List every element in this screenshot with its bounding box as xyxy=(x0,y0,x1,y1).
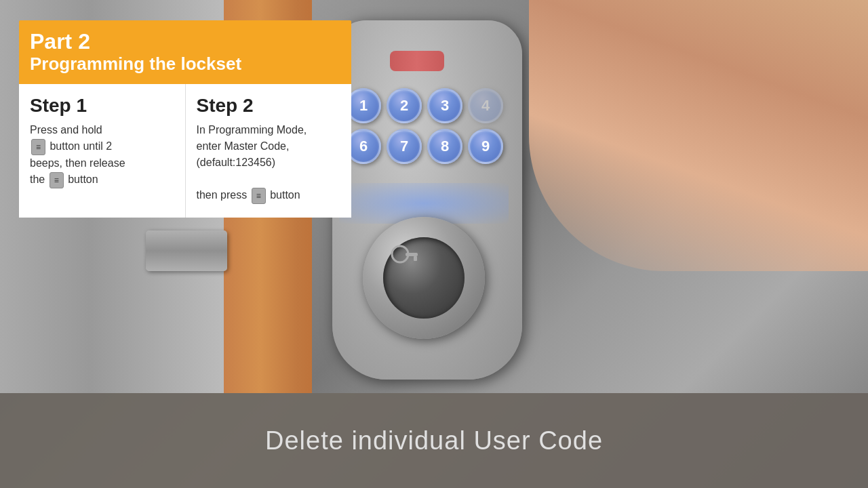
bottom-bar: Delete individual User Code xyxy=(0,393,868,488)
step2-title: Step 2 xyxy=(197,95,341,117)
part-label: Part 2 xyxy=(30,30,338,54)
step2-panel: Step 2 In Programming Mode, enter Master… xyxy=(186,84,352,218)
step1-button-icon-2: ≡ xyxy=(50,172,64,188)
step1-line5: button xyxy=(68,174,98,185)
step1-line4: the xyxy=(30,174,45,185)
step1-title: Step 1 xyxy=(30,95,174,117)
step2-line1: In Programming Mode, xyxy=(197,124,307,136)
key-3[interactable]: 3 xyxy=(427,88,462,123)
header-panel: Part 2 Programming the lockset xyxy=(19,20,351,84)
door-latch xyxy=(146,230,227,271)
step2-line5: button xyxy=(270,189,300,201)
lockset-indicator xyxy=(390,51,444,71)
key-2[interactable]: 2 xyxy=(387,88,422,123)
header-subtitle: Programming the lockset xyxy=(30,54,338,75)
step2-line3: (default:123456) xyxy=(197,157,276,168)
svg-rect-2 xyxy=(414,256,417,261)
step1-line2: button until 2 xyxy=(50,140,112,152)
svg-rect-1 xyxy=(406,253,418,256)
step1-text: Press and hold ≡ button until 2 beeps, t… xyxy=(30,122,174,188)
bottom-text: Delete individual User Code xyxy=(265,426,603,455)
key-7[interactable]: 7 xyxy=(387,129,422,164)
step2-button-icon: ≡ xyxy=(252,188,266,204)
key-8[interactable]: 8 xyxy=(427,129,462,164)
key-icon xyxy=(383,237,424,278)
lock-keyhole xyxy=(383,237,465,319)
step2-text: In Programming Mode, enter Master Code, … xyxy=(197,122,341,204)
step2-line2: enter Master Code, xyxy=(197,140,290,152)
step1-line3: beeps, then release xyxy=(30,157,125,169)
key-4[interactable]: 4 xyxy=(468,88,503,123)
instruction-overlay: Part 2 Programming the lockset Step 1 Pr… xyxy=(19,20,351,218)
step1-line1: Press and hold xyxy=(30,124,102,136)
step1-button-icon: ≡ xyxy=(31,139,45,155)
step2-line4: then press xyxy=(197,189,248,201)
steps-container: Step 1 Press and hold ≡ button until 2 b… xyxy=(19,84,351,218)
hand-overlay xyxy=(529,0,868,271)
keypad: 1 2 3 4 6 7 8 9 xyxy=(346,88,503,164)
step1-panel: Step 1 Press and hold ≡ button until 2 b… xyxy=(19,84,186,218)
key-9[interactable]: 9 xyxy=(468,129,503,164)
